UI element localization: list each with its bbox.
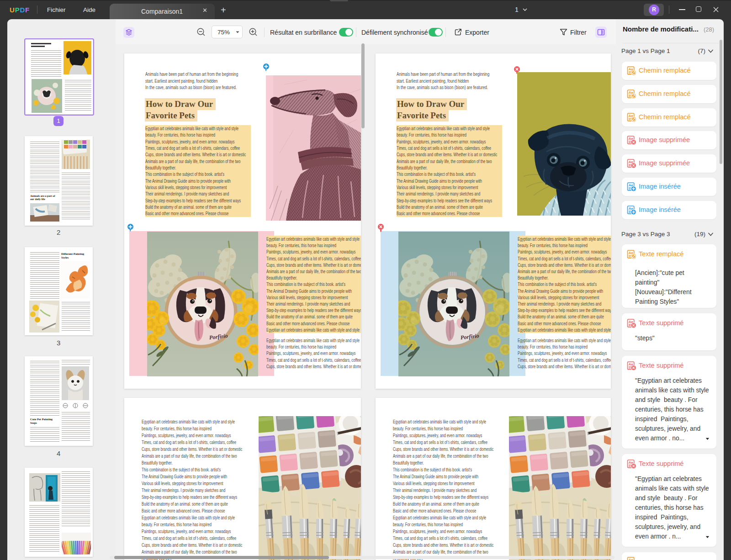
svg-text:Aa: Aa xyxy=(629,558,634,560)
